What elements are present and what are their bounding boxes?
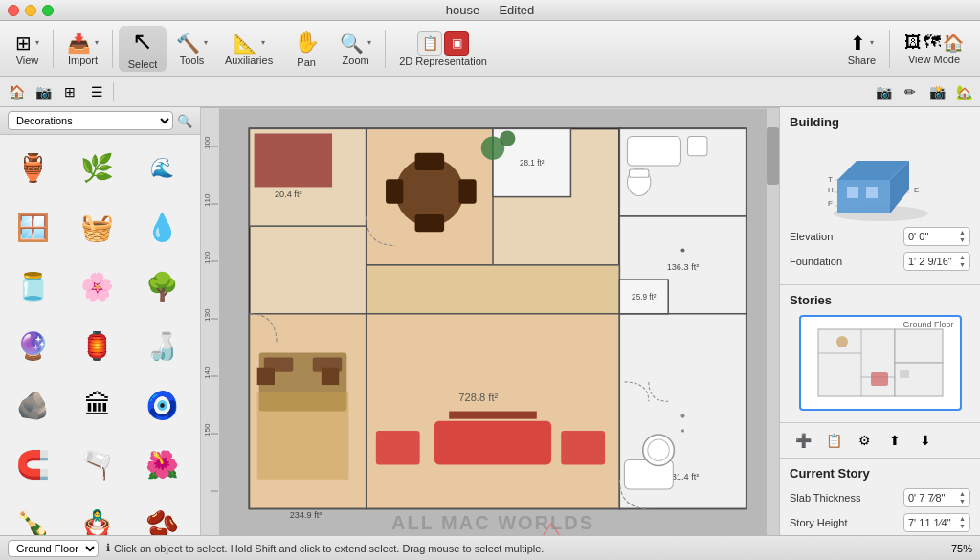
- add-story-btn[interactable]: ➕: [790, 427, 816, 454]
- deco-flower2[interactable]: 🌺: [133, 436, 190, 493]
- deco-drops[interactable]: 🌊: [133, 139, 190, 196]
- pencil-btn[interactable]: ✏: [898, 79, 923, 104]
- deco-plant[interactable]: 🌿: [69, 139, 126, 196]
- story-height-row: Story Height 7' 11 1⁄4" ▲▼: [790, 513, 970, 532]
- deco-bottle[interactable]: 🍾: [4, 495, 61, 535]
- building-preview: T H F E: [823, 137, 938, 223]
- deco-tree[interactable]: 🌳: [133, 258, 190, 315]
- foundation-value[interactable]: 1' 2 9/16" ▲▼: [903, 252, 970, 271]
- story-settings-btn[interactable]: ⚙: [851, 427, 878, 454]
- camera2-btn[interactable]: 📷: [871, 79, 896, 104]
- minimize-button[interactable]: [25, 5, 36, 16]
- story-height-value[interactable]: 7' 11 1⁄4" ▲▼: [903, 513, 970, 532]
- zoom-button[interactable]: 🔍 ▾ Zoom: [332, 26, 379, 72]
- deco-vase2[interactable]: 🍶: [133, 317, 190, 374]
- zoom-area: 75%: [951, 543, 972, 554]
- view-mode-button[interactable]: 🖼 🗺 🏠 View Mode: [896, 26, 972, 72]
- svg-point-92: [836, 336, 848, 347]
- svg-rect-27: [255, 133, 332, 187]
- story-label: Ground Floor: [902, 320, 953, 329]
- tools-button[interactable]: 🔨 ▾ Tools: [168, 26, 215, 72]
- vertical-ruler: 100 110 120 130 140 150: [201, 108, 220, 535]
- close-button[interactable]: [8, 5, 19, 16]
- slab-thickness-label: Slab Thickness: [790, 492, 860, 504]
- secondary-toolbar: 🏠 📷 ⊞ ☰ 📷 ✏ 📸 🏡: [0, 77, 980, 107]
- vertical-scrollbar[interactable]: [766, 108, 779, 535]
- building-title: Building: [790, 115, 970, 129]
- foundation-row: Foundation 1' 2 9/16" ▲▼: [790, 252, 970, 271]
- svg-text:140: 140: [203, 366, 212, 379]
- svg-rect-55: [257, 392, 349, 480]
- grid-btn[interactable]: ⊞: [57, 79, 82, 104]
- svg-text:136.3 ft²: 136.3 ft²: [667, 262, 700, 272]
- current-story-title: Current Story: [790, 466, 970, 481]
- auxiliaries-icon: 📐: [234, 32, 257, 55]
- deco-orb[interactable]: 🔮: [4, 317, 61, 374]
- svg-text:728.8 ft²: 728.8 ft²: [458, 392, 498, 403]
- foundation-label: Foundation: [790, 256, 842, 267]
- search-button[interactable]: 🔍: [177, 114, 192, 128]
- svg-rect-86: [818, 329, 895, 396]
- share-button[interactable]: ⬆ ▾ Share: [840, 26, 883, 72]
- svg-rect-32: [415, 214, 445, 232]
- 2d-rep-button[interactable]: 📋 ▣ 2D Representation: [391, 26, 495, 72]
- story-thumbnail[interactable]: Ground Floor: [799, 315, 962, 411]
- elevation-row: Elevation 0' 0" ▲▼: [790, 227, 970, 246]
- deco-frame[interactable]: 🪟: [4, 198, 61, 256]
- deco-flower[interactable]: 🌸: [69, 258, 126, 315]
- slab-thickness-value[interactable]: 0' 7 7⁄8" ▲▼: [903, 488, 970, 507]
- deco-item16[interactable]: 🧲: [4, 436, 61, 493]
- auxiliaries-button[interactable]: 📐 ▾ Auxiliaries: [217, 26, 280, 72]
- svg-text:20.4 ft²: 20.4 ft²: [275, 190, 302, 199]
- camera-btn[interactable]: 📷: [31, 79, 56, 104]
- copy-story-btn[interactable]: 📋: [820, 427, 847, 454]
- scrollbar-thumb[interactable]: [767, 127, 779, 185]
- status-message: ℹ Click an object to select. Hold Shift …: [106, 542, 944, 554]
- info-icon: ℹ: [106, 542, 110, 554]
- ruler-unit: ft: [208, 107, 212, 108]
- deco-vase3[interactable]: 🫘: [133, 495, 190, 535]
- deco-vase[interactable]: 🏺: [4, 139, 61, 196]
- svg-text:25.9 ft²: 25.9 ft²: [632, 293, 657, 302]
- svg-rect-49: [449, 412, 537, 419]
- deco-basket[interactable]: 🧺: [69, 198, 126, 256]
- slab-thickness-row: Slab Thickness 0' 7 7⁄8" ▲▼: [790, 488, 970, 507]
- toolbar: ⊞ ▾ View 📥 ▾ Import ↖ Select 🔨 ▾ Tools 📐…: [0, 21, 980, 77]
- home-icon[interactable]: 🏠: [4, 79, 29, 104]
- zoom-icon: 🔍: [340, 32, 364, 55]
- deco-figurine[interactable]: 🪆: [69, 495, 126, 535]
- deco-stone[interactable]: 🪨: [4, 376, 61, 434]
- pan-icon: ✋: [294, 30, 320, 55]
- view-button[interactable]: ⊞ ▾ View: [8, 26, 47, 72]
- svg-rect-76: [847, 187, 858, 198]
- canvas-area[interactable]: 20.4 ft²: [220, 108, 766, 535]
- deco-sphere[interactable]: 🧿: [133, 376, 190, 434]
- svg-rect-87: [895, 329, 943, 363]
- up-story-btn[interactable]: ⬆: [881, 427, 908, 454]
- 2d-icon: 📋: [417, 31, 442, 56]
- deco-pitcher[interactable]: 🫗: [69, 436, 126, 493]
- elevation-value[interactable]: 0' 0" ▲▼: [903, 227, 970, 246]
- elevation-label: Elevation: [790, 231, 833, 242]
- deco-col[interactable]: 🏛: [69, 376, 126, 434]
- deco-lantern[interactable]: 🏮: [69, 317, 126, 374]
- deco-jar[interactable]: 🫙: [4, 258, 61, 315]
- pan-button[interactable]: ✋ Pan: [282, 26, 330, 72]
- import-button[interactable]: 📥 ▾ Import: [59, 26, 106, 72]
- select-icon: ↖: [132, 27, 153, 56]
- deco-water[interactable]: 💧: [133, 198, 190, 256]
- select-button[interactable]: ↖ Select: [119, 26, 167, 72]
- maximize-button[interactable]: [42, 5, 54, 16]
- right-panel: Building T H: [779, 107, 980, 535]
- house2-btn[interactable]: 🏡: [951, 79, 976, 104]
- list-btn[interactable]: ☰: [84, 79, 109, 104]
- floor-select[interactable]: Ground Floor: [8, 540, 99, 557]
- left-panel-header: Decorations Furniture Lighting Plants 🔍: [0, 107, 200, 135]
- down-story-btn[interactable]: ⬇: [912, 427, 939, 454]
- svg-text:150: 150: [203, 423, 212, 437]
- watermark: ALL MAC WORLDS MAC Apps One Click Away: [391, 512, 594, 535]
- photo-btn[interactable]: 📸: [924, 79, 949, 104]
- svg-rect-48: [434, 421, 551, 465]
- main-area: Decorations Furniture Lighting Plants 🔍 …: [0, 107, 980, 535]
- category-select[interactable]: Decorations Furniture Lighting Plants: [8, 111, 173, 130]
